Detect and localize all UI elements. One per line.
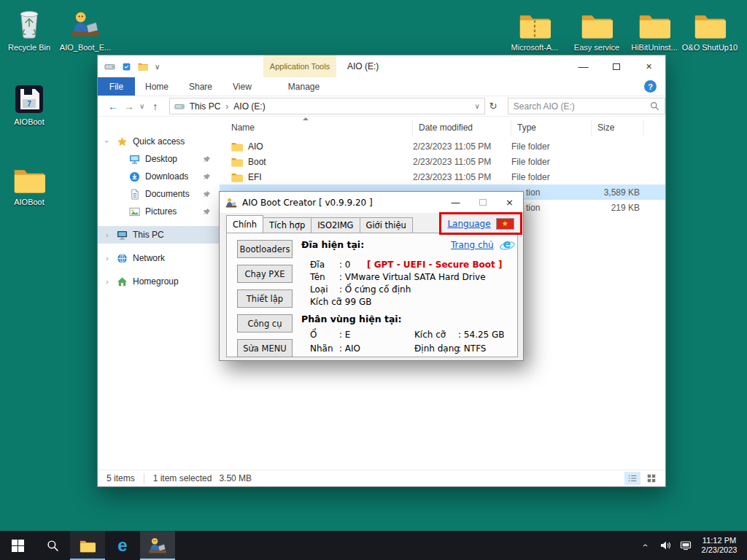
folder-icon — [681, 7, 738, 39]
column-header-date-modified[interactable]: Date modified — [413, 120, 511, 136]
folder-icon — [568, 7, 625, 39]
explorer-titlebar[interactable]: ∨ Application Tools AIO (E:) — × — [98, 55, 665, 77]
minimize-button[interactable]: — — [567, 55, 600, 77]
chevron-expander-icon[interactable]: › — [106, 254, 109, 262]
new-folder-icon[interactable] — [138, 62, 148, 71]
dialog-titlebar[interactable]: AIO Boot Creator [ v0.9.9.20 ] — × — [220, 192, 523, 213]
close-button[interactable]: × — [632, 55, 665, 77]
file-size: 3,589 KB — [592, 187, 644, 198]
dialog-tab-strip: Chính Tích hợp ISO2IMG Giới thiệu — [226, 215, 412, 233]
address-bar[interactable]: This PC › AIO (E:) ∨ — [169, 98, 485, 114]
dialog-maximize-button — [469, 192, 496, 213]
desktop-icon-aioboot-folder[interactable]: AIOBoot — [1, 162, 58, 207]
properties-icon[interactable] — [122, 62, 131, 71]
sidebar-item-label: Desktop — [145, 154, 177, 164]
taskbar-clock[interactable]: 11:12 PM 2/23/2023 — [696, 536, 743, 555]
network-button[interactable] — [676, 540, 696, 551]
dialog-minimize-button[interactable]: — — [442, 192, 469, 213]
disk-label: Tên — [310, 272, 325, 282]
tab-chinh[interactable]: Chính — [226, 215, 263, 233]
forward-button[interactable]: → — [121, 101, 137, 112]
volume-button[interactable] — [655, 540, 676, 551]
desktop-icon-aio-boot-shortcut[interactable]: AIO_Boot_E... — [57, 7, 114, 52]
tab-iso2img[interactable]: ISO2IMG — [311, 217, 360, 233]
thiet-lap-button[interactable]: Thiết lập — [237, 289, 293, 308]
taskbar-file-explorer-button[interactable] — [70, 531, 105, 560]
up-button[interactable]: ↑ — [147, 101, 163, 112]
tab-gioi-thieu[interactable]: Giới thiệu — [360, 217, 413, 233]
tray-show-hidden-icons-button[interactable]: › — [635, 540, 655, 551]
chevron-expander-icon[interactable]: › — [106, 230, 109, 239]
ribbon-tab-file[interactable]: File — [98, 77, 135, 96]
sidebar-item-this-pc[interactable]: › This PC — [98, 226, 220, 244]
back-button[interactable]: ← — [105, 101, 121, 112]
application-tools-tab[interactable]: Application Tools — [263, 55, 336, 77]
maximize-icon — [613, 63, 620, 70]
taskbar-aio-boot-button[interactable] — [140, 531, 175, 560]
sidebar-item-network[interactable]: › Network — [98, 249, 220, 267]
documents-icon — [129, 189, 140, 200]
ie-glyph: e — [503, 237, 511, 251]
sidebar-item-pictures[interactable]: Pictures — [98, 203, 220, 220]
chevron-expander-icon[interactable]: › — [103, 140, 112, 143]
clock-time: 11:12 PM — [696, 536, 743, 545]
help-icon[interactable]: ? — [644, 80, 657, 93]
refresh-button[interactable]: ↻ — [485, 101, 501, 112]
boot-mode-value: [ GPT - UEFI - Secure Boot ] — [367, 260, 502, 270]
icons-view-button[interactable] — [643, 472, 659, 485]
sidebar-item-homegroup[interactable]: › Homegroup — [98, 273, 220, 290]
chay-pxe-button[interactable]: Chạy PXE — [237, 265, 293, 283]
internet-explorer-icon[interactable]: e — [500, 237, 514, 252]
sidebar-item-documents[interactable]: Documents — [98, 185, 220, 203]
desktop-icon-aioboot-app[interactable]: AIOBoot — [1, 82, 58, 127]
breadcrumb-chevron-icon[interactable]: › — [225, 101, 228, 112]
cong-cu-button[interactable]: Công cụ — [237, 314, 293, 332]
taskbar-search-button[interactable] — [35, 531, 70, 560]
chevron-expander-icon[interactable]: › — [106, 277, 109, 286]
ribbon-tab-view[interactable]: View — [222, 77, 262, 96]
taskbar-edge-button[interactable]: e — [105, 531, 140, 560]
desktop-icon-recycle-bin[interactable]: Recycle Bin — [1, 7, 58, 52]
desktop-icon-oo-shutup[interactable]: O&O ShutUp10 — [681, 7, 738, 52]
file-name: Boot — [248, 157, 266, 167]
breadcrumb-aio-e[interactable]: AIO (E:) — [233, 101, 265, 112]
search-icon[interactable] — [650, 101, 659, 111]
file-row[interactable]: AIO 2/23/2023 11:05 PM File folder — [220, 139, 665, 154]
tab-tich-hop[interactable]: Tích hợp — [263, 217, 311, 233]
ribbon-tab-manage[interactable]: Manage — [278, 77, 330, 96]
desktop-icon-label: AIOBoot — [1, 117, 58, 127]
maximize-button[interactable] — [600, 55, 632, 77]
file-row[interactable]: EFI 2/23/2023 11:05 PM File folder — [220, 169, 665, 184]
forward-arrow-icon: → — [124, 101, 134, 112]
recent-locations-button[interactable]: ∨ — [137, 102, 147, 110]
sidebar-item-quick-access[interactable]: › Quick access — [98, 133, 220, 150]
windows-logo-icon — [12, 540, 24, 552]
dialog-close-button[interactable]: × — [496, 192, 523, 213]
details-view-button[interactable] — [624, 472, 640, 485]
file-row[interactable]: Boot 2/23/2023 11:05 PM File folder — [220, 154, 665, 169]
desktop-icon-hibit[interactable]: HiBitUninst... — [626, 7, 683, 52]
language-link[interactable]: Language — [447, 219, 490, 229]
customize-qat-chevron-icon[interactable]: ∨ — [155, 63, 160, 71]
breadcrumb-this-pc[interactable]: This PC — [190, 101, 221, 112]
desktop-icon-microsoft[interactable]: Microsoft-A... — [506, 7, 563, 52]
desktop-icon-label: O&O ShutUp10 — [681, 43, 738, 52]
column-header-size[interactable]: Size — [592, 120, 644, 136]
trang-chu-link[interactable]: Trang chủ — [451, 240, 494, 250]
column-header-name[interactable]: Name — [220, 120, 413, 136]
status-divider — [144, 473, 144, 483]
address-dropdown-chevron-icon[interactable]: ∨ — [475, 102, 480, 110]
vietnam-flag-icon[interactable]: ★ — [496, 218, 514, 230]
ribbon-tab-home[interactable]: Home — [135, 77, 179, 96]
search-input[interactable]: Search AIO (E:) — [508, 98, 665, 114]
pictures-icon — [129, 206, 140, 217]
desktop-icon-easy-service[interactable]: Easy service — [568, 7, 625, 52]
ribbon-tab-share[interactable]: Share — [179, 77, 222, 96]
start-button[interactable] — [0, 531, 35, 560]
bootloaders-button[interactable]: Bootloaders — [237, 240, 293, 258]
this-pc-icon — [117, 230, 128, 241]
folder-icon — [231, 172, 243, 182]
sidebar-item-desktop[interactable]: Desktop — [98, 150, 220, 168]
sidebar-item-downloads[interactable]: Downloads — [98, 168, 220, 185]
column-header-type[interactable]: Type — [511, 120, 592, 136]
